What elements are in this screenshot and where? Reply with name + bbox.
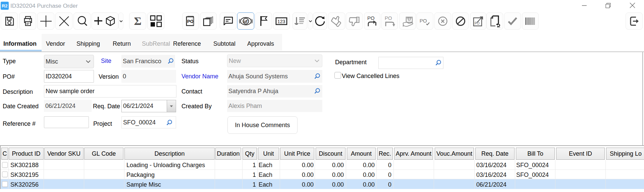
- svg-text:PO: PO: [385, 15, 392, 21]
- svg-text:PO: PO: [367, 15, 375, 21]
- svg-text:uf: uf: [244, 19, 248, 24]
- svg-text:PO: PO: [420, 18, 427, 24]
- svg-text:123: 123: [277, 19, 285, 24]
- svg-text:PO: PO: [187, 19, 194, 24]
